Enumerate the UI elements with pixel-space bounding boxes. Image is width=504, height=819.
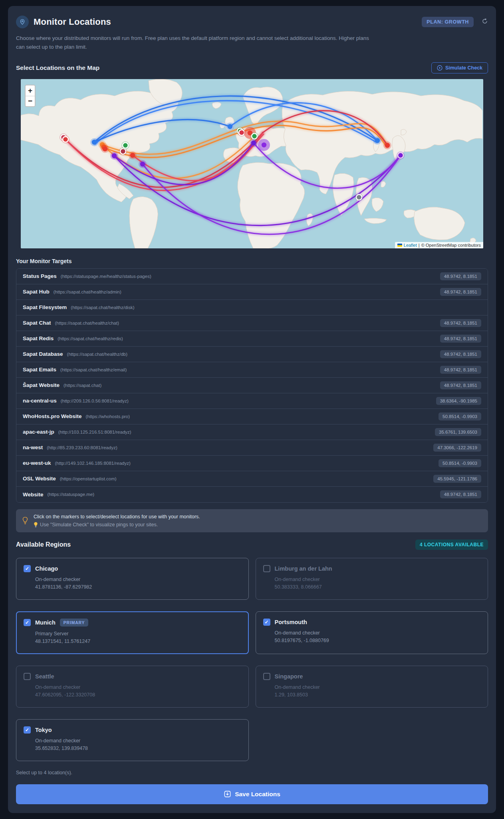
- target-url: (https://statuspage.me): [48, 492, 440, 497]
- target-name: Status Pages: [23, 273, 57, 279]
- map-marker-na-red[interactable]: [101, 145, 109, 153]
- target-name: Sapat Database: [23, 351, 63, 357]
- target-row: Šapat Website (https://sapat.chat) 48.97…: [16, 378, 488, 393]
- target-url: (https://statuspage.me/healthz/status-pa…: [61, 274, 440, 279]
- map-canvas: [21, 79, 482, 248]
- target-coords-badge: 35.6761, 139.6503: [435, 428, 481, 436]
- region-name: Limburg an der Lahn: [275, 565, 332, 572]
- map-marker-korea-blue[interactable]: [373, 137, 381, 145]
- target-row: Sapat Filesystem (https://sapat.chat/hea…: [16, 300, 488, 315]
- map-marker-na-west-red-b[interactable]: [62, 135, 69, 143]
- map-marker-na-gulf-red[interactable]: [129, 151, 137, 159]
- osm-attribution[interactable]: © OpenStreetMap contributors: [421, 243, 481, 248]
- region-checkbox[interactable]: [263, 673, 270, 680]
- region-card[interactable]: Tokyo On-demand checker 35.652832, 139.8…: [16, 719, 249, 761]
- region-name: Portsmouth: [275, 619, 307, 625]
- target-name: apac-east-jp: [23, 429, 54, 435]
- target-url: (https://sapat.chat): [63, 383, 440, 388]
- map-section-header: Select Locations on the Map Simulate Che…: [16, 62, 488, 73]
- region-card-header: Chicago: [24, 565, 241, 572]
- region-subtitle: On-demand checker: [275, 630, 481, 636]
- target-row: Sapat Database (https://sapat.chat/healt…: [16, 347, 488, 362]
- target-coords-badge: 48.9742, 8.1851: [440, 288, 481, 296]
- target-row: Website (https://statuspage.me) 48.9742,…: [16, 487, 488, 502]
- region-primary-badge: PRIMARY: [60, 619, 89, 627]
- map-marker-munich-green[interactable]: [250, 132, 258, 140]
- region-coords: 41.8781136, -87.6297982: [35, 584, 241, 590]
- region-card[interactable]: Singapore On-demand checker 1.29, 103.85…: [256, 666, 488, 708]
- target-row: na-west (http://85.239.233.60:8081/ready…: [16, 440, 488, 456]
- header: Monitor Locations PLAN: GROWTH: [16, 16, 488, 28]
- map-marker-portsmouth-blue[interactable]: [226, 123, 234, 131]
- region-card-header: Limburg an der Lahn: [263, 565, 481, 572]
- region-card[interactable]: Munich PRIMARY Primary Server 48.1371541…: [16, 611, 249, 654]
- target-url: (https://sapat.chat/healthz/email): [60, 367, 440, 372]
- region-card[interactable]: Limburg an der Lahn On-demand checker 50…: [256, 558, 488, 600]
- region-subtitle: On-demand checker: [35, 684, 241, 690]
- map-marker-eu-purple[interactable]: [250, 139, 258, 147]
- region-card[interactable]: Portsmouth On-demand checker 50.8197675,…: [256, 611, 488, 654]
- map-marker-na-purple-a[interactable]: [110, 152, 118, 160]
- region-card-header: Tokyo: [24, 726, 241, 734]
- map-marker-tokyo-purple[interactable]: [397, 151, 405, 159]
- region-checkbox[interactable]: [24, 619, 31, 626]
- map-marker-chicago-green[interactable]: [121, 141, 129, 149]
- region-subtitle: On-demand checker: [35, 577, 241, 582]
- region-card-header: Seattle: [24, 673, 241, 680]
- leaflet-link[interactable]: Leaflet: [404, 243, 417, 248]
- region-name: Chicago: [35, 565, 58, 572]
- target-url: (https://openstartuplist.com): [60, 476, 433, 481]
- target-url: (http://209.126.0.56:8081/readyz): [61, 399, 436, 403]
- region-subtitle: Primary Server: [35, 631, 241, 637]
- map-section-title: Select Locations on the Map: [16, 64, 99, 71]
- world-map[interactable]: + − Leaflet | © OpenStreetMap contributo…: [21, 79, 483, 248]
- zoom-out-button[interactable]: −: [26, 96, 35, 106]
- target-url: (https://sapat.chat/healthz/redis): [58, 336, 440, 341]
- map-marker-japan-red[interactable]: [383, 141, 391, 149]
- targets-heading: Your Monitor Targets: [16, 258, 488, 264]
- target-url: (http://103.125.216.51:8081/readyz): [58, 430, 435, 434]
- map-marker-na-purple-b[interactable]: [139, 160, 147, 168]
- map-marker-eu-purple-glow[interactable]: [258, 139, 270, 151]
- region-checkbox[interactable]: [24, 565, 31, 572]
- target-row: Status Pages (https://statuspage.me/heal…: [16, 269, 488, 284]
- regions-heading: Available Regions: [16, 541, 71, 548]
- target-name: Sapat Chat: [23, 320, 51, 326]
- target-row: WhoHosts.pro Website (https://whohosts.p…: [16, 409, 488, 424]
- target-name: Sapat Hub: [23, 289, 50, 295]
- target-name: WhoHosts.pro Website: [23, 413, 82, 419]
- plan-badge: PLAN: GROWTH: [422, 17, 474, 27]
- ukraine-flag-icon: [397, 244, 402, 247]
- target-coords-badge: 38.6364, -90.1985: [436, 397, 481, 405]
- target-row: na-central-us (http://209.126.0.56:8081/…: [16, 393, 488, 409]
- refresh-icon[interactable]: [482, 18, 488, 26]
- target-name: eu-west-uk: [23, 460, 51, 466]
- save-icon: [224, 790, 231, 798]
- target-name: Šapat Website: [23, 382, 60, 388]
- region-card[interactable]: Seattle On-demand checker 47.6062095, -1…: [16, 666, 249, 708]
- map-marker-singapore-gray[interactable]: [355, 193, 363, 201]
- target-row: Sapat Emails (https://sapat.chat/healthz…: [16, 362, 488, 378]
- region-subtitle: On-demand checker: [275, 684, 481, 690]
- target-coords-badge: 48.9742, 8.1851: [440, 490, 481, 498]
- region-subtitle: On-demand checker: [275, 577, 481, 582]
- target-coords-badge: 47.3066, -122.2619: [433, 444, 481, 452]
- lightbulb-emoji-icon: [34, 522, 38, 527]
- target-name: Sapat Filesystem: [23, 304, 67, 310]
- page-description: Choose where your distributed monitors w…: [16, 34, 375, 52]
- region-checkbox[interactable]: [24, 726, 31, 734]
- target-row: OSL Website (https://openstartuplist.com…: [16, 471, 488, 487]
- select-limit-note: Select up to 4 location(s).: [16, 770, 488, 775]
- region-checkbox[interactable]: [263, 619, 270, 626]
- region-checkbox[interactable]: [24, 673, 31, 680]
- play-circle-icon: [437, 65, 442, 71]
- region-checkbox[interactable]: [263, 565, 270, 572]
- region-card-header: Portsmouth: [263, 619, 481, 626]
- lightbulb-icon: [22, 516, 29, 525]
- target-name: Sapat Redis: [23, 335, 54, 341]
- simulate-check-button[interactable]: Simulate Check: [431, 62, 488, 73]
- map-marker-seattle-blue[interactable]: [90, 138, 98, 146]
- zoom-in-button[interactable]: +: [26, 85, 35, 96]
- save-locations-button[interactable]: Save Locations: [16, 784, 488, 804]
- region-card[interactable]: Chicago On-demand checker 41.8781136, -8…: [16, 558, 249, 600]
